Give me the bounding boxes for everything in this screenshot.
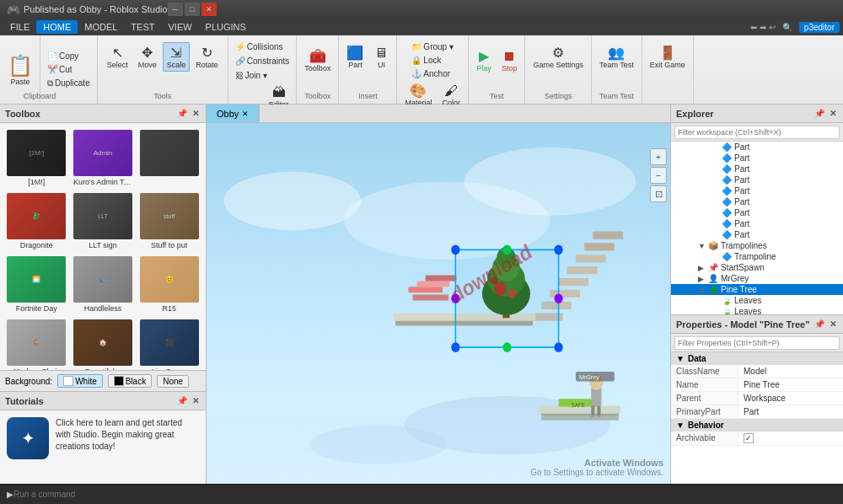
- bg-white-button[interactable]: White: [57, 374, 103, 388]
- tree-item-mrgrey[interactable]: ▶ 👤 MrGrey: [671, 273, 843, 284]
- prop-value-parent[interactable]: Workspace: [738, 392, 843, 405]
- explorer-pin-icon[interactable]: 📌: [813, 109, 826, 118]
- viewport-tab-close[interactable]: ✕: [242, 110, 249, 118]
- toolbox-pin-icon[interactable]: 📌: [175, 109, 189, 118]
- part-button[interactable]: 🟦 Part: [342, 42, 368, 72]
- tree-arrow: ▼: [698, 242, 708, 250]
- prop-value-name[interactable]: Pine Tree: [738, 378, 843, 391]
- toolbox-item[interactable]: Admin Kuro's Admin Test: [72, 128, 135, 188]
- prop-value-archivable[interactable]: ✓: [738, 432, 843, 445]
- menu-file[interactable]: FILE: [3, 20, 36, 34]
- menu-test[interactable]: TEST: [124, 20, 161, 34]
- svg-rect-16: [417, 281, 450, 287]
- explorer-close-icon[interactable]: ✕: [828, 109, 838, 118]
- viewport-zoom-in[interactable]: +: [650, 148, 667, 165]
- toolbox-item[interactable]: ⬛ LiveGroup: [137, 318, 201, 370]
- menu-view[interactable]: VIEW: [161, 20, 198, 34]
- tree-label: Part: [734, 153, 749, 163]
- prop-value-classname[interactable]: Model: [738, 365, 843, 378]
- toolbox-item-label: R15: [162, 304, 176, 313]
- tree-item-pinetree[interactable]: ▼ 🌲 Pine Tree: [671, 284, 843, 295]
- toolbox-item[interactable]: 🐉 Dragonite: [5, 191, 68, 251]
- toolbox-item[interactable]: 🌅 Fortnite Day: [5, 255, 68, 314]
- properties-close-icon[interactable]: ✕: [828, 319, 838, 329]
- tree-item-startspawn[interactable]: ▶ 📌 StartSpawn: [671, 262, 843, 273]
- scale-button[interactable]: ⇲ Scale: [163, 42, 191, 72]
- toolbox-item[interactable]: 🪑 Modern Chair: [5, 318, 68, 370]
- tutorials-content[interactable]: ✦ Click here to learn and get started wi…: [0, 410, 206, 466]
- collisions-button[interactable]: ⚡ Collisions: [232, 40, 293, 53]
- exit-game-button[interactable]: 🚪 Exit Game: [646, 42, 690, 72]
- copy-button[interactable]: 📄 Copy: [44, 50, 94, 62]
- constraints-button[interactable]: 🔗 Constraints: [232, 55, 293, 67]
- close-button[interactable]: ✕: [201, 3, 217, 16]
- menu-plugins[interactable]: PLUGINS: [199, 20, 253, 34]
- anchor-button[interactable]: ⚓Anchor: [408, 67, 457, 80]
- join-button[interactable]: ⛓ Join ▾: [232, 69, 293, 82]
- tree-item-part-9[interactable]: 🔷 Part: [671, 229, 843, 240]
- game-settings-button[interactable]: ⚙ Game Settings: [529, 42, 588, 72]
- ribbon-clipboard-section: 📋 Paste 📄 Copy ✂️ Cut ⧉ Duplicate Clipbo…: [0, 35, 98, 104]
- explorer-filter-input[interactable]: [674, 126, 840, 139]
- viewport-tab-obby[interactable]: Obby ✕: [207, 105, 260, 122]
- toolbox-item[interactable]: LLT LLT sign: [72, 191, 135, 251]
- menu-home[interactable]: HOME: [36, 20, 78, 34]
- tree-item-part-2[interactable]: 🔷 Part: [671, 153, 843, 164]
- toolbox-item-label: Fortnite Day: [16, 304, 57, 313]
- properties-filter-input[interactable]: [674, 336, 840, 350]
- tree-label: MrGrey: [721, 274, 749, 283]
- tree-item-leaves-2[interactable]: 🍃 Leaves: [671, 306, 843, 314]
- tree-label: Part: [734, 164, 749, 174]
- viewport[interactable]: Obby ✕: [207, 105, 670, 484]
- tree-item-part-6[interactable]: 🔷 Part: [671, 196, 843, 207]
- toolbox-thumb: stuff: [140, 193, 199, 239]
- behavior-section-header[interactable]: ▼ Behavior: [671, 419, 843, 432]
- stop-button[interactable]: ⏹ Stop: [497, 46, 522, 75]
- bg-none-button[interactable]: None: [157, 375, 189, 388]
- tree-item-part-3[interactable]: 🔷 Part: [671, 164, 843, 174]
- maximize-button[interactable]: □: [185, 3, 200, 16]
- toolbox-item[interactable]: [137, 128, 201, 188]
- tree-item-trampolines[interactable]: ▼ 📦 Trampolines: [671, 240, 843, 251]
- tree-item-part-8[interactable]: 🔷 Part: [671, 218, 843, 229]
- bg-black-button[interactable]: Black: [108, 374, 152, 388]
- tutorials-pin-icon[interactable]: 📌: [175, 396, 189, 405]
- tutorials-close-icon[interactable]: ✕: [191, 396, 201, 405]
- play-button[interactable]: ▶ Play: [472, 46, 496, 75]
- tree-item-leaves-1[interactable]: 🍃 Leaves: [671, 295, 843, 306]
- run-command-input[interactable]: [13, 490, 182, 499]
- minimize-button[interactable]: ─: [168, 3, 183, 16]
- move-button[interactable]: ✥ Move: [134, 42, 161, 72]
- cut-button[interactable]: ✂️ Cut: [44, 63, 94, 76]
- archivable-checkbox[interactable]: ✓: [744, 433, 754, 443]
- toolbox-ribbon-button[interactable]: 🧰 Toolbox: [300, 46, 335, 75]
- tree-item-part-7[interactable]: 🔷 Part: [671, 207, 843, 218]
- tree-item-trampoline[interactable]: 🔷 Trampoline: [671, 251, 843, 262]
- team-test-button[interactable]: 👥 Team Test: [595, 42, 638, 72]
- behavior-section-arrow: ▼: [676, 421, 685, 430]
- prop-value-primarypart[interactable]: Part: [738, 405, 843, 418]
- duplicate-button[interactable]: ⧉ Duplicate: [44, 77, 94, 90]
- properties-pin-icon[interactable]: 📌: [813, 319, 826, 329]
- lock-button[interactable]: 🔒Lock: [408, 54, 457, 67]
- toolbox-item[interactable]: 🏠 Beautiful...: [72, 318, 135, 370]
- data-section-header[interactable]: ▼ Data: [671, 352, 843, 365]
- viewport-reset[interactable]: ⊡: [650, 185, 667, 202]
- toolbox-item[interactable]: [1M!] [1M!]: [5, 128, 68, 188]
- toolbox-item[interactable]: stuff Stuff to put: [137, 191, 201, 251]
- menu-model[interactable]: MODEL: [78, 20, 124, 34]
- viewport-zoom-out[interactable]: −: [650, 167, 667, 184]
- rotate-button[interactable]: ↻ Rotate: [191, 42, 223, 72]
- background-label: Background:: [5, 377, 52, 386]
- ui-button[interactable]: 🖥 UI: [369, 42, 393, 72]
- ribbon: 📋 Paste 📄 Copy ✂️ Cut ⧉ Duplicate Clipbo…: [0, 35, 843, 105]
- select-button[interactable]: ↖ Select: [103, 42, 132, 72]
- tree-item-part-5[interactable]: 🔷 Part: [671, 185, 843, 196]
- tree-item-part-4[interactable]: 🔷 Part: [671, 174, 843, 185]
- svg-rect-15: [408, 287, 443, 292]
- toolbox-item[interactable]: 😊 R15: [137, 255, 201, 314]
- group-button[interactable]: 📁Group ▾: [408, 40, 457, 53]
- toolbox-item[interactable]: 🛴 Handleless: [72, 255, 135, 314]
- toolbox-close-icon[interactable]: ✕: [191, 109, 201, 118]
- tree-item-part-1[interactable]: 🔷 Part: [671, 142, 843, 153]
